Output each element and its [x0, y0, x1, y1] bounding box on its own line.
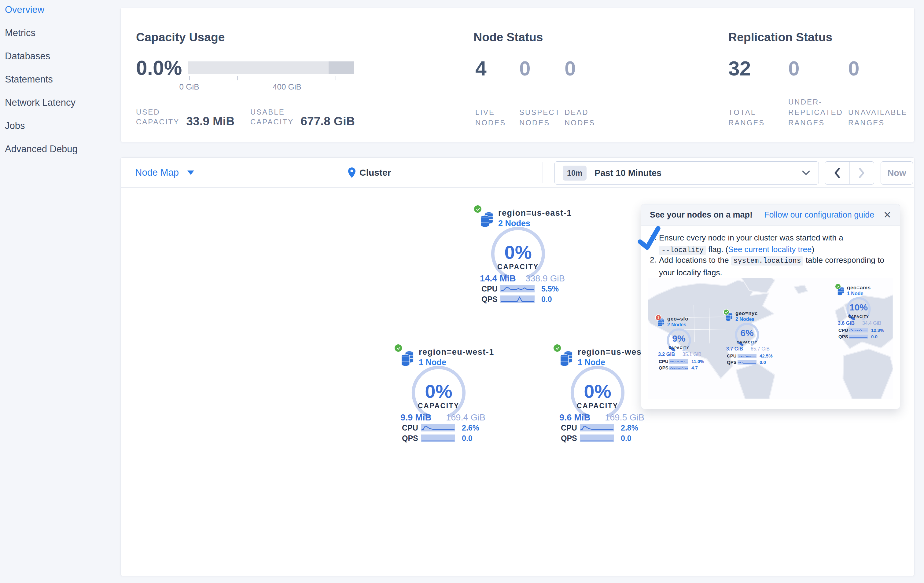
- previous-interval-button[interactable]: [825, 161, 850, 184]
- capacity-gauge-percent: 0%: [409, 380, 468, 402]
- qps-value: 4.7: [691, 365, 698, 371]
- breadcrumb-label: Cluster: [360, 168, 391, 178]
- axis-tick-label: 400 GiB: [269, 82, 305, 92]
- cluster-overview-panel: Capacity Usage 0.0% 0 GiB 400 GiB USED C…: [120, 8, 914, 142]
- time-range-badge: 10m: [563, 166, 587, 181]
- setup-step-1: 1. Ensure every node in your cluster was…: [650, 232, 892, 256]
- usable-capacity-detail: USABLE CAPACITY 677.8 GiB: [250, 107, 355, 127]
- region-total-capacity: 169.4 GiB: [446, 412, 485, 423]
- cpu-sparkline: [669, 359, 688, 364]
- region-title: geo=ams: [847, 285, 871, 291]
- node-map-setup-popup: See your nodes on a map! Follow our conf…: [641, 204, 900, 409]
- database-icon: [726, 313, 733, 322]
- step1-text: Ensure every node in your cluster was st…: [659, 233, 843, 242]
- cpu-sparkline: [580, 424, 614, 431]
- node-status-title: Node Status: [474, 31, 543, 44]
- region-title: region=eu-west-1: [419, 347, 494, 357]
- cpu-sparkline: [849, 328, 868, 333]
- capacity-bar: [188, 61, 354, 74]
- configuration-guide-link[interactable]: Follow our configuration guide: [764, 210, 874, 220]
- usable-capacity-value: 677.8 GiB: [300, 115, 355, 128]
- now-button[interactable]: Now: [881, 161, 913, 184]
- usable-capacity-label-line1: USABLE: [250, 107, 294, 117]
- region-total-capacity: 35.1 GiB: [683, 352, 701, 357]
- capacity-gauge-label: CAPACITY: [564, 402, 631, 410]
- mini-region-geo-sfo: 1 geo=sfo 2 Nodes 9% CAPACITY: [655, 315, 707, 372]
- capacity-gauge-percent: 9%: [663, 333, 694, 344]
- used-capacity-label-line1: USED: [136, 107, 180, 117]
- capacity-gauge-percent: 6%: [732, 328, 762, 338]
- region-total-capacity: 338.9 GiB: [525, 273, 565, 283]
- capacity-gauge-label: CAPACITY: [840, 315, 877, 318]
- sidebar-item-advanced-debug[interactable]: Advanced Debug: [5, 143, 78, 155]
- locality-flag-code: --locality: [659, 246, 706, 255]
- popup-header: See your nodes on a map! Follow our conf…: [641, 204, 900, 226]
- region-used-capacity: 3.2 GiB: [658, 352, 675, 357]
- used-capacity-label-line2: CAPACITY: [136, 117, 180, 127]
- region-group-us-east-1[interactable]: region=us-east-1 2 Nodes 0% CAPACITY 14.…: [472, 204, 576, 311]
- axis-tick: [336, 76, 336, 81]
- sidebar-item-statements[interactable]: Statements: [5, 74, 53, 85]
- sidebar: Overview Metrics Databases Statements Ne…: [0, 0, 120, 583]
- region-used-capacity: 9.9 MiB: [400, 412, 432, 423]
- sidebar-item-network-latency[interactable]: Network Latency: [5, 97, 76, 108]
- usable-capacity-label-line2: CAPACITY: [250, 117, 294, 127]
- mini-region-geo-ams: geo=ams 1 Node 10% CAPACITY 3.6 GiB 34.4…: [835, 283, 887, 341]
- qps-value: 0.0: [621, 434, 632, 443]
- close-icon[interactable]: ✕: [883, 209, 891, 221]
- cpu-label: CPU: [402, 423, 421, 432]
- region-used-capacity: 3.6 GiB: [838, 321, 855, 326]
- check-icon: [475, 207, 480, 211]
- cpu-value: 2.8%: [621, 423, 638, 432]
- qps-sparkline: [580, 435, 614, 442]
- sidebar-item-databases[interactable]: Databases: [5, 51, 50, 62]
- next-interval-button[interactable]: [850, 161, 874, 184]
- sidebar-item-overview[interactable]: Overview: [5, 4, 45, 15]
- cpu-sparkline: [421, 424, 455, 431]
- time-range-label: Past 10 Minutes: [594, 168, 662, 178]
- sidebar-item-metrics[interactable]: Metrics: [5, 28, 35, 38]
- region-title: region=us-east-1: [498, 208, 572, 218]
- check-icon: [396, 346, 401, 351]
- cpu-label: CPU: [482, 285, 500, 293]
- replication-status-title: Replication Status: [728, 31, 832, 44]
- qps-label: QPS: [659, 365, 669, 371]
- used-capacity-detail: USED CAPACITY 33.9 MiB: [136, 107, 234, 127]
- big-check-icon: [636, 225, 663, 253]
- region-title: geo=nyc: [736, 310, 758, 316]
- axis-tick: [189, 76, 190, 81]
- map-pin-icon: [348, 168, 356, 178]
- cpu-sparkline: [500, 285, 535, 292]
- region-group-us-west-1[interactable]: region=us-west-1 1 Node 0% CAPACITY 9.6 …: [552, 343, 656, 450]
- capacity-gauge-label: CAPACITY: [729, 340, 766, 344]
- qps-sparkline: [421, 435, 455, 442]
- cpu-value: 2.6%: [462, 423, 479, 432]
- locality-tree-link[interactable]: See current locality tree: [728, 245, 812, 254]
- suspect-nodes-count: 0: [519, 57, 531, 80]
- region-group-eu-west-1[interactable]: region=eu-west-1 1 Node 0% CAPACITY 9.9 …: [393, 343, 497, 450]
- capacity-gauge-label: CAPACITY: [405, 402, 472, 410]
- time-range-dropdown[interactable]: 10m Past 10 Minutes: [554, 161, 819, 184]
- cpu-label: CPU: [659, 359, 669, 364]
- region-used-capacity: 9.6 MiB: [559, 412, 591, 423]
- cpu-label: CPU: [727, 353, 738, 358]
- under-replicated-ranges-label: UNDER-REPLICATED RANGES: [788, 97, 848, 128]
- database-icon: [657, 318, 665, 328]
- total-ranges-label: TOTAL RANGES: [728, 97, 770, 128]
- axis-tick: [238, 76, 238, 81]
- chevron-right-icon: [859, 168, 865, 178]
- system-locations-code: system.locations: [731, 256, 804, 265]
- cpu-value: 12.3%: [871, 328, 884, 333]
- region-title: geo=sfo: [667, 316, 688, 322]
- region-total-capacity: 65.7 GiB: [751, 346, 770, 352]
- unavailable-ranges-label: UNAVAILABLE RANGES: [848, 97, 914, 128]
- qps-label: QPS: [482, 295, 500, 304]
- unavailable-ranges-count: 0: [848, 57, 860, 80]
- step1-text: ): [812, 245, 814, 254]
- sidebar-item-jobs[interactable]: Jobs: [5, 120, 25, 132]
- view-mode-dropdown[interactable]: Node Map: [135, 158, 194, 187]
- suspect-nodes-label: SUSPECT NODES: [519, 97, 564, 128]
- qps-sparkline: [738, 360, 756, 364]
- mini-region-geo-nyc: geo=nyc 2 Nodes 6% CAPACITY 3.7 GiB 65.7…: [723, 309, 775, 367]
- breadcrumb[interactable]: Cluster: [348, 158, 391, 187]
